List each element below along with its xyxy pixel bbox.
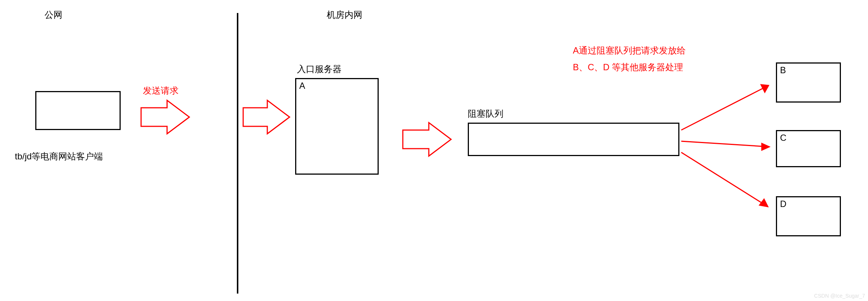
label-blocking-queue: 阻塞队列: [468, 108, 503, 120]
client-caption: tb/jd等电商网站客户端: [15, 150, 103, 162]
label-distribute-2: B、C、D 等其他服务器处理: [573, 61, 683, 73]
server-b-box: B: [776, 62, 841, 103]
server-c-label: C: [780, 133, 786, 143]
server-d-box: D: [776, 196, 841, 236]
svg-marker-1: [243, 100, 290, 134]
arrowhead-c: [762, 143, 769, 150]
arrow-block-1: [141, 100, 189, 134]
label-public-net: 公网: [45, 9, 62, 21]
arrow-to-c: [681, 141, 769, 147]
label-intranet: 机房内网: [327, 9, 362, 21]
svg-marker-0: [141, 100, 189, 134]
client-box: [35, 91, 121, 130]
arrow-to-d: [681, 152, 768, 207]
arrow-to-b: [681, 85, 769, 130]
label-distribute-1: A通过阻塞队列把请求发放给: [573, 45, 686, 56]
arrow-block-3: [403, 123, 451, 156]
svg-marker-2: [403, 123, 451, 156]
arrowhead-d: [760, 199, 768, 207]
label-send-request: 发送请求: [143, 85, 179, 97]
arrow-block-2: [243, 100, 290, 134]
server-a-box: A: [295, 78, 379, 175]
arrowhead-b: [761, 85, 769, 92]
diagram-overlay: [0, 0, 868, 301]
server-c-box: C: [776, 130, 841, 167]
label-entry-server: 入口服务器: [297, 63, 342, 75]
server-d-label: D: [780, 199, 786, 209]
server-b-label: B: [780, 65, 786, 75]
blocking-queue-box: [468, 123, 679, 156]
server-a-label: A: [299, 81, 305, 91]
watermark: CSDN @Ice_Sugar_7: [814, 293, 865, 299]
